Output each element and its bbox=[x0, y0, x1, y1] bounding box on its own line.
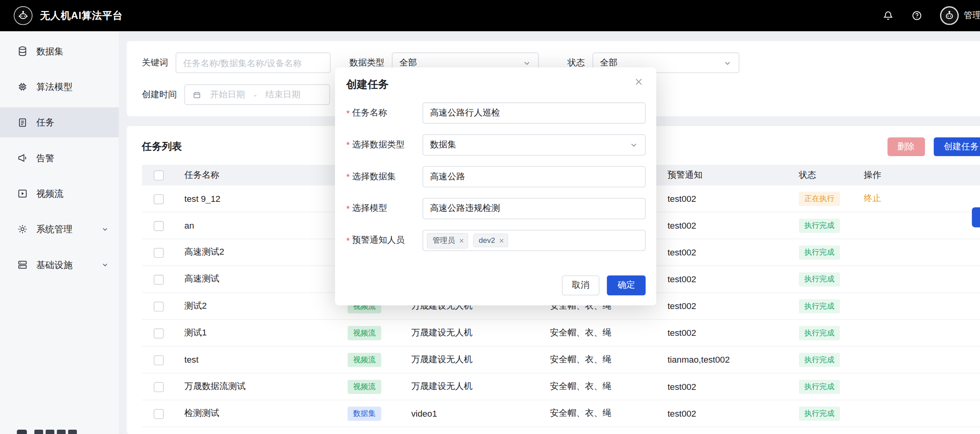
sidebar-item-task[interactable]: 任务 bbox=[0, 107, 119, 137]
col-task-name: 任务名称 bbox=[184, 170, 347, 181]
top-bar: 无人机AI算法平台 bbox=[0, 0, 980, 31]
drawer-handle-button[interactable] bbox=[972, 207, 980, 227]
tag-remove-icon[interactable] bbox=[459, 238, 464, 243]
required-mark: * bbox=[346, 203, 350, 213]
topbar-right: 管理员 bbox=[874, 6, 980, 25]
sidebar-item-label: 算法模型 bbox=[36, 81, 73, 93]
brand: 无人机AI算法平台 bbox=[14, 6, 123, 25]
tag-remove-icon[interactable] bbox=[499, 238, 504, 243]
field-label-task-name: * 任务名称 bbox=[346, 107, 423, 119]
cell-source: video1 bbox=[411, 408, 550, 418]
required-mark: * bbox=[346, 140, 350, 150]
field-label-notify-personnel: * 预警通知人员 bbox=[346, 235, 423, 246]
modal-title: 创建任务 bbox=[346, 77, 646, 91]
confirm-button[interactable]: 确定 bbox=[607, 276, 645, 296]
terminate-link[interactable]: 终止 bbox=[864, 193, 881, 203]
partial-item-icon bbox=[17, 430, 27, 434]
chevron-down-icon bbox=[101, 225, 109, 233]
notify-tag: dev2 bbox=[473, 233, 508, 247]
row-checkbox[interactable] bbox=[154, 274, 164, 284]
close-icon[interactable] bbox=[634, 77, 643, 87]
chevron-down-icon bbox=[101, 261, 109, 268]
notify-personnel-multiselect[interactable]: 管理员 dev2 bbox=[423, 230, 646, 251]
date-range-picker[interactable]: 开始日期 - 结束日期 bbox=[184, 84, 330, 105]
sidebar-item-dataset[interactable]: 数据集 bbox=[0, 36, 119, 66]
sidebar-item-system-management[interactable]: 系统管理 bbox=[0, 214, 119, 244]
date-end-placeholder: 结束日期 bbox=[266, 89, 301, 101]
help-icon[interactable] bbox=[903, 10, 931, 21]
user-avatar[interactable] bbox=[940, 6, 959, 25]
sidebar-item-algorithm-model[interactable]: 算法模型 bbox=[0, 72, 119, 102]
cell-source: 万晟建设无人机 bbox=[411, 354, 550, 365]
row-checkbox[interactable] bbox=[154, 328, 164, 338]
status-badge: 执行完成 bbox=[799, 406, 840, 421]
keyword-input[interactable] bbox=[176, 52, 331, 73]
chevron-down-icon bbox=[723, 58, 732, 67]
status-label: 状态 bbox=[567, 57, 585, 69]
data-type-select[interactable]: 数据集 bbox=[423, 134, 646, 156]
status-badge: 执行完成 bbox=[799, 218, 840, 233]
video-play-icon bbox=[17, 188, 28, 199]
task-name-input[interactable] bbox=[423, 102, 646, 124]
required-mark: * bbox=[346, 108, 350, 118]
chevron-down-icon bbox=[522, 58, 531, 67]
cell-task-name: 高速测试 bbox=[184, 274, 347, 285]
row-checkbox[interactable] bbox=[154, 194, 164, 204]
cell-alert-notify: test002 bbox=[668, 220, 799, 230]
notification-bell-icon[interactable] bbox=[874, 10, 903, 21]
select-all-checkbox[interactable] bbox=[154, 171, 164, 181]
cell-model: 安全帽、衣、绳 bbox=[550, 408, 668, 419]
row-checkbox[interactable] bbox=[154, 221, 164, 231]
delete-button[interactable]: 删除 bbox=[887, 138, 925, 156]
table-row: 万晟数据流测试 视频流 万晟建设无人机 安全帽、衣、绳 test002 执行完成 bbox=[142, 373, 980, 400]
datatype-select-value: 全部 bbox=[399, 57, 417, 69]
required-mark: * bbox=[346, 235, 350, 245]
sidebar-item-partial[interactable] bbox=[17, 430, 79, 434]
data-type-badge: 视频流 bbox=[348, 379, 382, 393]
cell-source: 万晟建设无人机 bbox=[411, 327, 550, 339]
row-checkbox[interactable] bbox=[154, 302, 164, 311]
row-checkbox[interactable] bbox=[154, 382, 164, 392]
field-label-model: * 选择模型 bbox=[346, 203, 423, 214]
user-name: 管理员 bbox=[964, 10, 980, 21]
create-task-modal: 创建任务 * 任务名称 * 选择数据类型 数据集 bbox=[335, 67, 656, 305]
calendar-icon bbox=[193, 90, 201, 99]
cell-task-name: 测试2 bbox=[184, 300, 347, 312]
task-list-icon bbox=[17, 117, 28, 128]
model-input[interactable] bbox=[423, 198, 646, 219]
sidebar-item-label: 数据集 bbox=[36, 45, 64, 57]
database-icon bbox=[17, 46, 28, 57]
cell-alert-notify: test002 bbox=[668, 408, 799, 418]
create-task-button[interactable]: 创建任务 bbox=[934, 138, 980, 156]
app-root: 无人机AI算法平台 bbox=[0, 0, 980, 434]
data-type-badge: 数据集 bbox=[348, 406, 382, 421]
status-badge: 执行完成 bbox=[799, 245, 840, 259]
created-time-label: 创建时间 bbox=[142, 89, 177, 101]
cell-source: 万晟建设无人机 bbox=[411, 381, 550, 392]
cancel-button[interactable]: 取消 bbox=[562, 276, 599, 296]
keyword-label: 关键词 bbox=[142, 57, 168, 69]
cell-alert-notify: test002 bbox=[668, 301, 799, 311]
task-list-title: 任务列表 bbox=[142, 140, 182, 153]
sidebar-item-label: 告警 bbox=[36, 152, 54, 164]
dataset-input[interactable] bbox=[423, 166, 646, 187]
sidebar-item-infrastructure[interactable]: 基础设施 bbox=[0, 250, 119, 280]
cell-task-name: 高速测试2 bbox=[184, 247, 347, 258]
cell-alert-notify: tianmao,test002 bbox=[668, 355, 799, 365]
row-checkbox[interactable] bbox=[154, 355, 164, 365]
table-row: test 视频流 万晟建设无人机 安全帽、衣、绳 tianmao,test002… bbox=[142, 346, 980, 373]
sidebar-item-alert[interactable]: 告警 bbox=[0, 143, 119, 173]
sidebar-item-label: 视频流 bbox=[36, 188, 64, 199]
cell-model: 安全帽、衣、绳 bbox=[550, 354, 668, 365]
row-checkbox[interactable] bbox=[154, 248, 164, 257]
sidebar: 数据集 算法模型 任务 bbox=[0, 31, 119, 434]
megaphone-icon bbox=[17, 153, 28, 164]
col-status: 状态 bbox=[799, 170, 864, 181]
sidebar-item-video-stream[interactable]: 视频流 bbox=[0, 179, 119, 209]
table-row: 测试1 视频流 万晟建设无人机 安全帽、衣、绳 test002 执行完成 bbox=[142, 320, 980, 346]
row-checkbox[interactable] bbox=[154, 409, 164, 419]
cell-alert-notify: test002 bbox=[668, 247, 799, 257]
sidebar-item-label: 系统管理 bbox=[36, 223, 73, 235]
cell-model: 安全帽、衣、绳 bbox=[550, 327, 668, 339]
col-operation: 操作 bbox=[864, 170, 980, 181]
